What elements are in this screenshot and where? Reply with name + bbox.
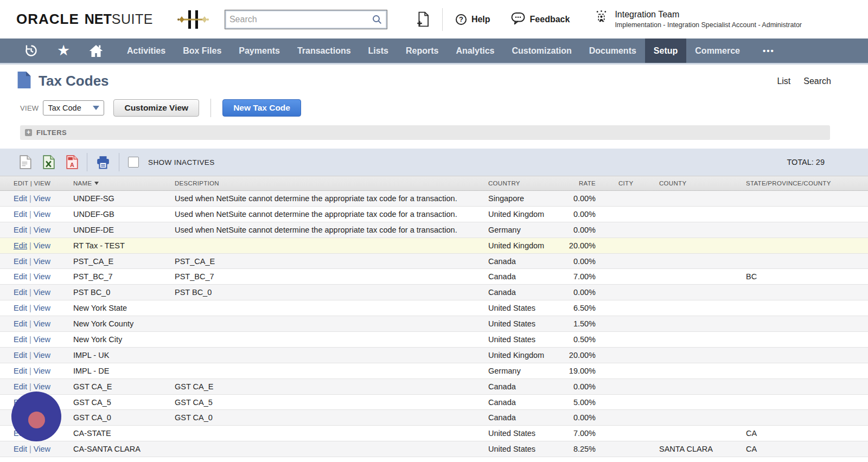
search-link[interactable]: Search [803,76,831,86]
print-icon[interactable] [96,156,110,169]
nav-item-lists[interactable]: Lists [360,39,397,63]
link-separator: | [27,304,34,312]
view-dropdown[interactable]: Tax Code [43,100,104,116]
view-link[interactable]: View [34,272,50,281]
view-link[interactable]: View [34,288,50,297]
edit-link[interactable]: Edit [14,367,27,375]
cell-desc [175,426,488,441]
export-excel-icon[interactable] [43,155,55,169]
view-link[interactable]: View [34,445,50,453]
view-link[interactable]: View [34,210,50,219]
role-icon [595,10,608,25]
nav-item-transactions[interactable]: Transactions [289,39,360,63]
cell-desc: PST_CA_E [175,253,488,269]
oracle-logo-text: ORACLE [16,11,79,28]
nav-item-box-files[interactable]: Box Files [174,39,230,63]
view-link[interactable]: View [34,382,50,391]
nav-more-button[interactable]: ••• [749,39,789,63]
view-link[interactable]: View [34,351,50,360]
user-role-block[interactable]: Integration Team Implementation - Integr… [595,10,802,29]
view-link[interactable]: View [34,194,50,203]
cell-county [659,269,746,285]
column-header-name[interactable]: NAME [73,176,175,191]
nav-item-documents[interactable]: Documents [580,39,645,63]
user-role-description: Implementation - Integration Specialist … [615,21,802,29]
cell-country: Canada [488,410,561,426]
home-icon[interactable] [87,43,105,59]
nav-item-reports[interactable]: Reports [397,39,447,63]
feedback-icon [511,12,525,27]
column-header-edit-view[interactable]: EDIT | VIEW [0,176,73,191]
search-icon[interactable] [372,14,382,27]
column-header-county[interactable]: COUNTY [659,176,746,191]
nav-item-analytics[interactable]: Analytics [447,39,503,63]
view-link[interactable]: View [34,335,50,344]
oracle-netsuite-logo: ORACLE NET SUITE [16,11,153,28]
new-tax-code-button[interactable]: New Tax Code [222,99,301,117]
edit-link[interactable]: Edit [14,272,27,281]
edit-link[interactable]: Edit [14,382,27,391]
edit-link[interactable]: Edit [14,335,27,344]
view-link[interactable]: View [34,319,50,328]
cell-state [746,238,868,253]
nav-item-setup[interactable]: Setup [645,39,686,63]
edit-link[interactable]: Edit [14,241,27,250]
cell-city [602,253,659,269]
cell-state [746,332,868,348]
netsuite-logo-suite: SUITE [112,11,153,27]
view-link[interactable]: View [34,367,50,375]
cell-county [659,410,746,426]
cell-city [602,238,659,253]
edit-link[interactable]: Edit [14,194,27,203]
export-csv-icon[interactable] [20,155,31,169]
edit-link[interactable]: Edit [14,226,27,234]
cell-county [659,347,746,363]
edit-link[interactable]: Edit [14,210,27,219]
view-link[interactable]: View [34,304,50,312]
export-pdf-icon[interactable]: A [66,155,78,169]
edit-link[interactable]: Edit [14,445,27,453]
cell-county [659,285,746,300]
edit-link[interactable]: Edit [14,319,27,328]
column-header-rate[interactable]: RATE [561,176,602,191]
show-inactives-checkbox[interactable] [128,157,139,168]
table-row: Edit | ViewRT Tax - TESTUnited Kingdom20… [0,238,868,253]
shortcuts-star-icon[interactable]: ★ [54,43,73,58]
search-input[interactable] [225,10,387,29]
cell-rate: 20.00% [561,238,602,253]
nav-item-commerce[interactable]: Commerce [686,39,749,63]
list-link[interactable]: List [777,76,790,86]
column-header-description[interactable]: DESCRIPTION [175,176,488,191]
nav-item-customization[interactable]: Customization [503,39,580,63]
recent-records-icon[interactable] [22,43,40,58]
column-header-country[interactable]: COUNTRY [488,176,561,191]
edit-link[interactable]: Edit [14,257,27,266]
view-link[interactable]: View [34,226,50,234]
cell-rate: 1.50% [561,316,602,332]
top-header: ORACLE NET SUITE ? Help [0,0,868,39]
cell-desc: PST_BC_7 [175,269,488,285]
cell-state: CA [746,426,868,441]
cell-rate: 6.50% [561,300,602,316]
edit-link[interactable]: Edit [14,288,27,297]
feedback-button[interactable]: Feedback [511,12,570,27]
page-title-icon [17,72,31,91]
customize-view-button[interactable]: Customize View [113,99,199,117]
cell-desc [175,238,488,253]
cell-state [746,378,868,394]
filters-bar[interactable]: + FILTERS [20,125,830,140]
cell-county [659,191,746,207]
cell-county [659,378,746,394]
help-button[interactable]: ? Help [456,14,490,25]
edit-link[interactable]: Edit [14,351,27,360]
view-link[interactable]: View [34,241,50,250]
edit-link[interactable]: Edit [14,304,27,312]
column-header-state[interactable]: STATE/PROVINCE/COUNTY [746,176,868,191]
create-new-icon[interactable] [417,11,430,27]
nav-item-activities[interactable]: Activities [118,39,174,63]
nav-item-payments[interactable]: Payments [230,39,289,63]
controls-row: VIEW Tax Code Customize View New Tax Cod… [20,99,868,117]
column-header-city[interactable]: CITY [602,176,659,191]
tax-table-body: Edit | ViewUNDEF-SGUsed when NetSuite ca… [0,191,868,457]
view-link[interactable]: View [34,257,50,266]
